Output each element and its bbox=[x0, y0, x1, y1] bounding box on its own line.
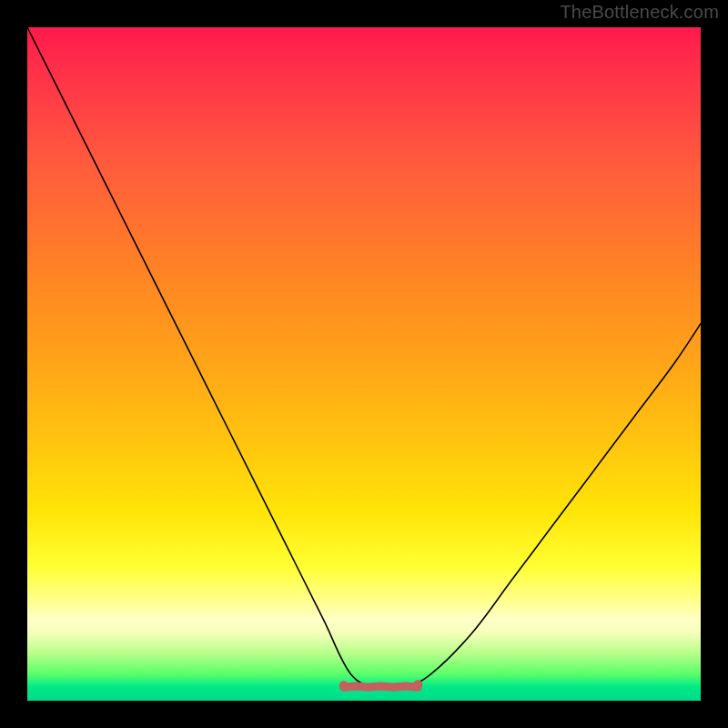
valley-dot-right bbox=[413, 680, 422, 689]
watermark-text: TheBottleneck.com bbox=[560, 2, 719, 23]
valley-marker bbox=[344, 686, 418, 687]
plot-area bbox=[27, 27, 701, 701]
bottleneck-curve bbox=[27, 27, 701, 689]
chart-frame: TheBottleneck.com bbox=[0, 0, 728, 728]
valley-dot-left bbox=[339, 681, 349, 690]
curve-layer bbox=[27, 27, 701, 701]
